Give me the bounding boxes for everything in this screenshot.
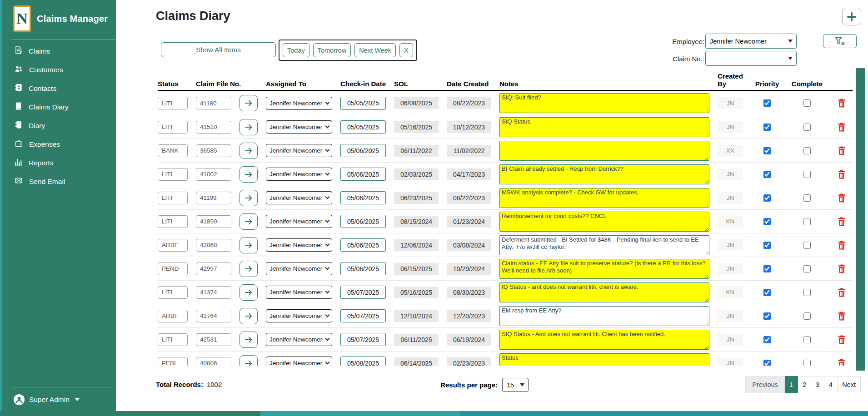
checkin-date-input[interactable]: [340, 286, 386, 299]
claim-file-input[interactable]: [196, 357, 231, 366]
notes-textarea[interactable]: [499, 188, 709, 208]
open-claim-button[interactable]: [239, 166, 258, 183]
complete-checkbox[interactable]: [803, 312, 811, 320]
user-menu[interactable]: Super Admin: [14, 394, 80, 405]
checkin-date-input[interactable]: [340, 309, 386, 322]
delete-button[interactable]: [831, 122, 852, 132]
priority-checkbox[interactable]: [763, 289, 771, 296]
status-input[interactable]: [158, 121, 188, 134]
open-claim-button[interactable]: [239, 332, 258, 348]
priority-checkbox[interactable]: [763, 265, 771, 272]
delete-button[interactable]: [831, 146, 852, 156]
complete-checkbox[interactable]: [803, 194, 811, 202]
claim-file-input[interactable]: [196, 239, 231, 252]
claim-file-input[interactable]: [196, 144, 231, 157]
status-input[interactable]: [158, 262, 188, 275]
sidebar-item-diary[interactable]: Diary: [0, 116, 116, 135]
assigned-to-select[interactable]: Jennifer Newcomer: [266, 144, 332, 157]
delete-button[interactable]: [831, 98, 852, 108]
today-button[interactable]: Today: [283, 43, 309, 57]
sidebar-item-claims[interactable]: Claims: [0, 42, 116, 60]
assigned-to-select[interactable]: Jennifer Newcomer: [266, 97, 332, 110]
results-per-page-select[interactable]: 15: [502, 378, 529, 392]
notes-textarea[interactable]: [499, 93, 709, 113]
sidebar-item-reports[interactable]: Reports: [0, 154, 116, 172]
open-claim-button[interactable]: [239, 119, 258, 135]
status-input[interactable]: [158, 97, 188, 109]
claim-file-input[interactable]: [196, 333, 231, 346]
priority-checkbox[interactable]: [763, 360, 771, 366]
sidebar-item-contacts[interactable]: Contacts: [0, 79, 116, 98]
notes-textarea[interactable]: [499, 259, 709, 279]
claim-file-input[interactable]: [196, 168, 231, 181]
sidebar-item-customers[interactable]: Customers: [0, 60, 116, 79]
priority-checkbox[interactable]: [763, 336, 771, 343]
pagination-page-1[interactable]: 1: [785, 376, 798, 393]
sidebar-item-expenses[interactable]: Expenses: [0, 135, 116, 154]
show-all-items-button[interactable]: Show All Items: [161, 42, 276, 57]
checkin-date-input[interactable]: [340, 144, 386, 157]
claim-file-input[interactable]: [196, 192, 231, 204]
open-claim-button[interactable]: [239, 308, 258, 324]
assigned-to-select[interactable]: Jennifer Newcomer: [266, 286, 332, 299]
pagination-next-button[interactable]: Next: [838, 376, 861, 393]
delete-button[interactable]: [831, 335, 852, 345]
assigned-to-select[interactable]: Jennifer Newcomer: [266, 120, 332, 134]
assigned-to-select[interactable]: Jennifer Newcomer: [266, 215, 332, 228]
notes-textarea[interactable]: [499, 141, 709, 161]
assigned-to-select[interactable]: Jennifer Newcomer: [266, 168, 332, 181]
sidebar-item-send-email[interactable]: Send Email: [0, 172, 116, 191]
delete-button[interactable]: [831, 193, 852, 203]
priority-checkbox[interactable]: [763, 194, 771, 202]
status-input[interactable]: [158, 357, 188, 366]
sidebar-item-claims-diary[interactable]: Claims Diary: [0, 98, 116, 116]
pagination-page-2[interactable]: 2: [798, 376, 811, 393]
notes-textarea[interactable]: [499, 353, 709, 366]
claim-file-input[interactable]: [196, 215, 231, 228]
open-claim-button[interactable]: [239, 213, 258, 230]
checkin-date-input[interactable]: [340, 215, 386, 228]
notes-textarea[interactable]: [499, 330, 709, 350]
open-claim-button[interactable]: [239, 284, 258, 301]
priority-checkbox[interactable]: [763, 147, 771, 154]
priority-checkbox[interactable]: [763, 124, 771, 131]
checkin-date-input[interactable]: [340, 168, 386, 181]
delete-button[interactable]: [831, 240, 852, 250]
complete-checkbox[interactable]: [803, 171, 811, 178]
notes-textarea[interactable]: [499, 235, 709, 255]
checkin-date-input[interactable]: [340, 238, 386, 252]
checkin-date-input[interactable]: [340, 191, 386, 204]
delete-button[interactable]: [831, 169, 852, 179]
open-claim-button[interactable]: [239, 95, 258, 111]
checkin-date-input[interactable]: [340, 262, 386, 275]
notes-textarea[interactable]: [499, 212, 709, 232]
priority-checkbox[interactable]: [763, 171, 771, 178]
pagination-previous-button[interactable]: Previous: [745, 376, 784, 393]
add-record-button[interactable]: [842, 8, 861, 25]
open-claim-button[interactable]: [239, 261, 258, 277]
priority-checkbox[interactable]: [763, 242, 771, 249]
claim-file-input[interactable]: [196, 121, 231, 134]
checkin-date-input[interactable]: [340, 120, 386, 134]
priority-checkbox[interactable]: [763, 99, 771, 107]
notes-textarea[interactable]: [499, 282, 709, 302]
clear-date-filter-button[interactable]: X: [399, 43, 413, 57]
complete-checkbox[interactable]: [803, 124, 811, 131]
checkin-date-input[interactable]: [340, 357, 386, 366]
status-input[interactable]: [158, 192, 188, 204]
assigned-to-select[interactable]: Jennifer Newcomer: [266, 262, 332, 275]
open-claim-button[interactable]: [239, 237, 258, 253]
priority-checkbox[interactable]: [763, 218, 771, 225]
assigned-to-select[interactable]: Jennifer Newcomer: [266, 238, 332, 252]
delete-button[interactable]: [831, 217, 852, 227]
open-claim-button[interactable]: [239, 355, 258, 366]
claim-file-input[interactable]: [196, 286, 231, 299]
assigned-to-select[interactable]: Jennifer Newcomer: [266, 191, 332, 204]
delete-button[interactable]: [831, 287, 852, 297]
status-input[interactable]: [158, 239, 188, 252]
pagination-page-3[interactable]: 3: [811, 376, 824, 393]
checkin-date-input[interactable]: [340, 97, 386, 110]
complete-checkbox[interactable]: [803, 147, 811, 154]
tomorrow-button[interactable]: Tomorrow: [313, 43, 351, 57]
delete-button[interactable]: [831, 264, 852, 274]
